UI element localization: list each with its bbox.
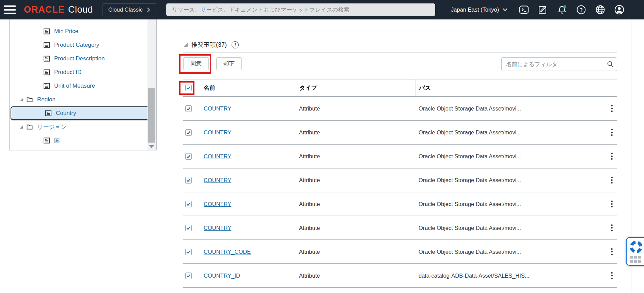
table-body: COUNTRYAttributeOracle Object Storage Da…: [183, 97, 617, 288]
chevron-down-icon: [503, 8, 507, 11]
tree-item-region[interactable]: Region: [10, 93, 156, 106]
row-name-link[interactable]: COUNTRY: [204, 177, 231, 183]
row-checkbox[interactable]: [185, 273, 192, 279]
row-checkbox[interactable]: [185, 201, 192, 207]
row-checkbox[interactable]: [185, 249, 192, 255]
tree-item-country-ja[interactable]: 国: [10, 134, 156, 147]
folder-icon: [26, 123, 33, 130]
globe-language-icon[interactable]: [595, 5, 605, 15]
help-icon[interactable]: ?: [576, 5, 586, 15]
table-row: COUNTRYAttributeOracle Object Storage Da…: [183, 169, 617, 192]
table-row: COUNTRY_IDAttributedata-catalog-ADB-Data…: [183, 264, 617, 288]
row-checkbox[interactable]: [185, 177, 192, 184]
row-name-link[interactable]: COUNTRY: [204, 225, 231, 231]
oracle-cloud-page: ORACLE Cloud Cloud Classic Japan East (T…: [0, 0, 644, 293]
attribute-icon: [43, 69, 50, 76]
row-name-link[interactable]: COUNTRY_ID: [204, 273, 240, 279]
tree-scrollbar[interactable]: [147, 19, 156, 150]
collapse-triangle-icon[interactable]: [183, 43, 188, 47]
row-name-link[interactable]: COUNTRY: [204, 129, 231, 135]
row-type: Attribute: [292, 225, 415, 231]
user-avatar-icon[interactable]: [614, 5, 624, 15]
row-name-link[interactable]: COUNTRY: [204, 153, 231, 159]
tree-item-min-price[interactable]: Min Price: [10, 25, 156, 38]
region-selector[interactable]: Japan East (Tokyo): [449, 6, 509, 13]
cloud-classic-button[interactable]: Cloud Classic: [103, 3, 156, 16]
scrollbar-thumb[interactable]: [148, 88, 155, 143]
attribute-icon: [43, 55, 50, 62]
table-row: COUNTRYAttributeOracle Object Storage Da…: [183, 216, 617, 240]
hamburger-menu-icon[interactable]: [4, 5, 16, 14]
tree-item-unit-of-measure[interactable]: Unit of Measure: [10, 79, 156, 93]
attribute-icon: [43, 42, 50, 48]
search-icon[interactable]: [607, 61, 614, 68]
global-search-input[interactable]: [166, 3, 435, 16]
row-actions-kebab-icon[interactable]: [610, 246, 614, 257]
row-type: Attribute: [292, 153, 415, 160]
row-actions-kebab-icon[interactable]: [610, 127, 614, 138]
row-actions-kebab-icon[interactable]: [610, 222, 614, 233]
column-header-name[interactable]: 名前: [204, 79, 292, 96]
tree-item-label: Min Price: [54, 28, 78, 35]
row-checkbox[interactable]: [185, 225, 192, 231]
tree-item-country[interactable]: Country: [11, 106, 151, 120]
expand-triangle-icon[interactable]: [20, 126, 23, 129]
section-title: 推奨事項(37): [191, 41, 227, 49]
row-actions-kebab-icon[interactable]: [610, 175, 614, 186]
column-header-path[interactable]: パス: [415, 79, 601, 96]
row-path: Oracle Object Storage Data Asset/movi...: [415, 177, 601, 184]
tree-item-label: 国: [54, 137, 60, 145]
tree-item-label: Country: [56, 110, 76, 117]
recommendations-table: 名前 タイプ パス COUNTRYAttributeOracle Object …: [183, 79, 617, 288]
row-checkbox[interactable]: [185, 153, 192, 160]
row-type: Attribute: [292, 201, 415, 207]
expand-triangle-icon[interactable]: [20, 98, 23, 101]
tree-item-label: Product ID: [54, 69, 81, 76]
tree-item-region-ja[interactable]: リージョン: [10, 120, 156, 134]
chevron-right-icon: [147, 7, 150, 13]
attribute-icon: [45, 110, 52, 117]
select-all-checkbox[interactable]: [185, 85, 192, 91]
region-label: Japan East (Tokyo): [451, 6, 499, 13]
column-header-type[interactable]: タイプ: [292, 79, 415, 96]
row-checkbox[interactable]: [185, 105, 192, 112]
reject-button[interactable]: 却下: [216, 57, 242, 70]
tree-item-label: Product Description: [54, 55, 105, 62]
tree-item-product-id[interactable]: Product ID: [10, 65, 156, 79]
row-path: Oracle Object Storage Data Asset/movi...: [415, 249, 601, 255]
name-filter-input[interactable]: [501, 57, 617, 71]
row-name-link[interactable]: COUNTRY: [204, 105, 231, 112]
row-actions-kebab-icon[interactable]: [610, 270, 614, 281]
row-path: Oracle Object Storage Data Asset/movi...: [415, 105, 601, 112]
unread-notification-dot: [563, 5, 567, 9]
support-assistant-widget[interactable]: [626, 237, 644, 266]
row-actions-kebab-icon[interactable]: [610, 151, 614, 162]
row-path: Oracle Object Storage Data Asset/movi...: [415, 225, 601, 231]
row-name-link[interactable]: COUNTRY: [204, 201, 231, 207]
row-actions-kebab-icon[interactable]: [610, 199, 614, 209]
edit-icon[interactable]: [538, 5, 548, 15]
cloud-shell-icon[interactable]: [519, 5, 529, 15]
attribute-icon: [43, 137, 50, 144]
row-path: data-catalog-ADB-Data-Asset/SALES_HIS...: [415, 273, 601, 279]
tree-item-product-description[interactable]: Product Description: [10, 52, 156, 65]
oracle-cloud-logo[interactable]: ORACLE Cloud: [24, 4, 93, 15]
tree-item-product-category[interactable]: Product Category: [10, 38, 156, 52]
row-checkbox[interactable]: [185, 129, 192, 136]
row-name-link[interactable]: COUNTRY_CODE: [204, 249, 251, 255]
table-row: COUNTRYAttributeOracle Object Storage Da…: [183, 145, 617, 169]
select-all-annotation: [183, 85, 192, 91]
notifications-bell-icon[interactable]: [557, 5, 567, 15]
info-icon[interactable]: i: [232, 41, 239, 48]
lifering-icon: [629, 240, 643, 254]
scrollbar-down-arrow-icon[interactable]: [149, 145, 154, 148]
row-actions-kebab-icon[interactable]: [610, 103, 614, 114]
row-type: Attribute: [292, 129, 415, 136]
folder-icon: [26, 96, 33, 103]
agree-button[interactable]: 同意: [183, 57, 209, 70]
agree-button-annotation: 同意: [183, 57, 209, 70]
row-type: Attribute: [292, 273, 415, 279]
table-row: COUNTRY_CODEAttributeOracle Object Stora…: [183, 240, 617, 264]
row-path: Oracle Object Storage Data Asset/movi...: [415, 201, 601, 207]
table-row: COUNTRYAttributeOracle Object Storage Da…: [183, 97, 617, 121]
